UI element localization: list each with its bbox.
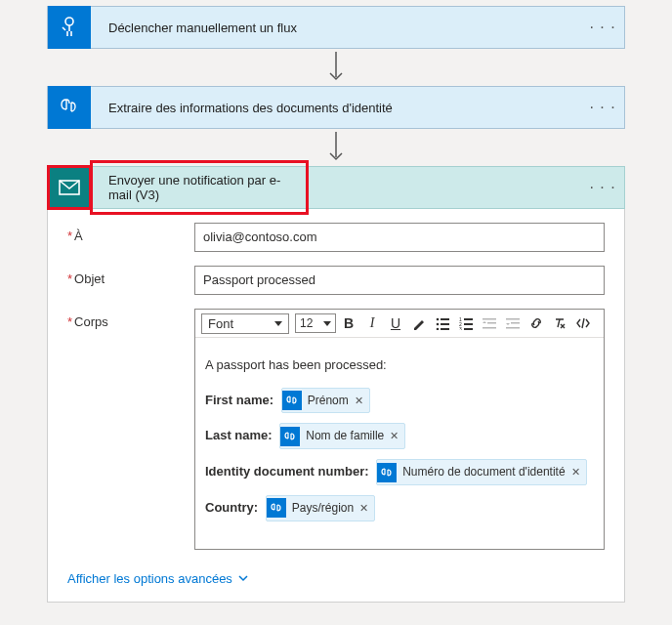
ai-token-icon [280, 427, 300, 446]
bullet-list-button[interactable] [432, 312, 453, 334]
token-firstname[interactable]: Prénom ✕ [281, 388, 370, 414]
svg-rect-17 [487, 322, 496, 324]
step-email-title: Envoyer une notification par e-mail (V3) [91, 161, 308, 214]
show-advanced-options[interactable]: Afficher les options avancées [67, 563, 248, 590]
bold-button[interactable]: B [338, 312, 359, 334]
highlight-button[interactable] [408, 312, 430, 334]
svg-point-0 [65, 18, 73, 25]
input-to[interactable]: olivia@contoso.com [194, 223, 605, 252]
ai-token-icon [282, 391, 302, 410]
svg-marker-22 [506, 323, 510, 325]
svg-rect-11 [464, 318, 473, 320]
label-to: *À [67, 223, 194, 243]
svg-point-6 [437, 323, 440, 326]
svg-rect-9 [441, 328, 449, 330]
number-list-button[interactable]: 123 [455, 312, 477, 334]
token-docnum[interactable]: Numéro de document d'identité ✕ [376, 459, 586, 485]
step-email[interactable]: Envoyer une notification par e-mail (V3)… [47, 166, 625, 209]
country-label: Country: [205, 500, 258, 515]
arrow-1 [47, 49, 625, 86]
editor-content[interactable]: A passport has been processed: First nam… [195, 338, 604, 549]
svg-rect-5 [441, 318, 449, 320]
email-icon [48, 166, 91, 209]
svg-rect-19 [483, 327, 496, 329]
italic-button[interactable]: I [361, 312, 383, 334]
token-lastname[interactable]: Nom de famille ✕ [279, 423, 405, 449]
svg-rect-13 [464, 323, 473, 325]
input-subject[interactable]: Passport processed [194, 266, 605, 295]
svg-text:3: 3 [459, 326, 462, 330]
svg-rect-7 [441, 323, 449, 325]
code-view-button[interactable] [572, 312, 594, 334]
step-extract[interactable]: Extraire des informations des documents … [47, 86, 625, 129]
svg-point-8 [437, 328, 440, 330]
step-email-menu[interactable]: · · · [581, 179, 624, 196]
ai-token-icon [267, 498, 286, 518]
step-trigger[interactable]: Déclencher manuellement un flux · · · [47, 6, 625, 49]
svg-rect-21 [511, 322, 520, 324]
step-extract-title: Extraire des informations des documents … [91, 101, 581, 115]
font-dropdown[interactable]: Font [201, 313, 289, 334]
outdent-button[interactable] [479, 312, 500, 334]
step-trigger-menu[interactable]: · · · [581, 19, 624, 36]
step-extract-menu[interactable]: · · · [581, 99, 624, 116]
richtext-editor[interactable]: Font 12 B I U 123 [194, 309, 605, 550]
clear-format-button[interactable] [549, 312, 570, 334]
ai-token-icon [377, 463, 397, 482]
fontsize-dropdown[interactable]: 12 [295, 313, 336, 333]
chevron-down-icon [238, 573, 248, 583]
token-remove-icon[interactable]: ✕ [355, 391, 363, 411]
svg-point-4 [437, 318, 440, 321]
svg-rect-15 [464, 328, 473, 330]
editor-toolbar: Font 12 B I U 123 [195, 310, 604, 338]
docnum-label: Identity document number: [205, 464, 369, 479]
body-intro: A passport has been processed: [205, 354, 594, 378]
svg-rect-23 [506, 327, 520, 329]
indent-button[interactable] [502, 312, 524, 334]
token-country[interactable]: Pays/région ✕ [266, 495, 375, 521]
token-remove-icon[interactable]: ✕ [571, 462, 580, 482]
link-button[interactable] [525, 312, 547, 334]
token-remove-icon[interactable]: ✕ [359, 498, 368, 519]
svg-marker-18 [483, 321, 486, 323]
lastname-label: Last name: [205, 428, 273, 442]
svg-rect-16 [483, 318, 496, 320]
firstname-label: First name: [205, 393, 273, 407]
ai-builder-icon [48, 86, 91, 129]
underline-button[interactable]: U [385, 312, 406, 334]
step-email-body: *À olivia@contoso.com *Objet Passport pr… [47, 209, 625, 603]
trigger-icon [48, 6, 91, 49]
svg-rect-20 [506, 318, 520, 320]
token-remove-icon[interactable]: ✕ [390, 426, 399, 446]
step-trigger-title: Déclencher manuellement un flux [91, 21, 581, 35]
label-subject: *Objet [67, 266, 194, 286]
label-body: *Corps [67, 309, 194, 329]
